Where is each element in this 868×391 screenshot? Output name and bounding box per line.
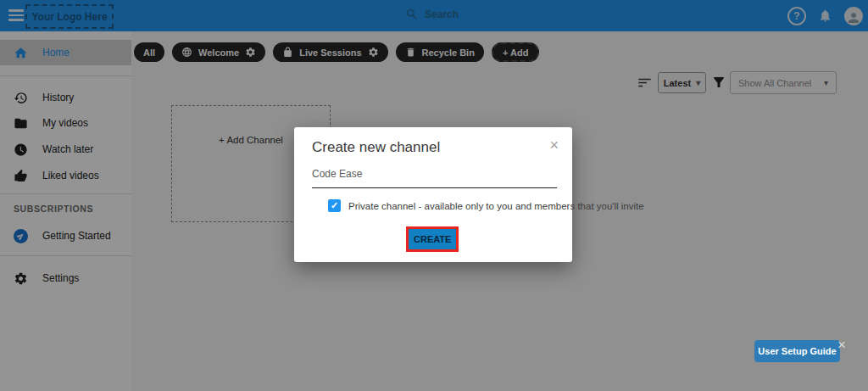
create-button[interactable]: CREATE <box>409 229 456 249</box>
private-channel-label: Private channel - available only to you … <box>348 201 644 211</box>
dialog-title: Create new channel <box>312 139 440 156</box>
create-button-highlight: CREATE <box>406 226 459 252</box>
app-window: Your Logo Here Search ? Home History My … <box>0 0 868 391</box>
channel-name-input[interactable] <box>312 168 557 188</box>
user-setup-guide-button[interactable]: User Setup Guide <box>754 340 840 362</box>
check-icon: ✓ <box>331 200 338 211</box>
private-channel-checkbox[interactable]: ✓ <box>328 199 341 212</box>
user-setup-guide-label: User Setup Guide <box>758 346 836 356</box>
create-channel-dialog: Create new channel × ✓ Private channel -… <box>294 127 572 262</box>
guide-close-icon[interactable]: × <box>837 338 846 352</box>
close-icon[interactable]: × <box>549 137 559 153</box>
private-channel-row: ✓ Private channel - available only to yo… <box>328 199 644 212</box>
